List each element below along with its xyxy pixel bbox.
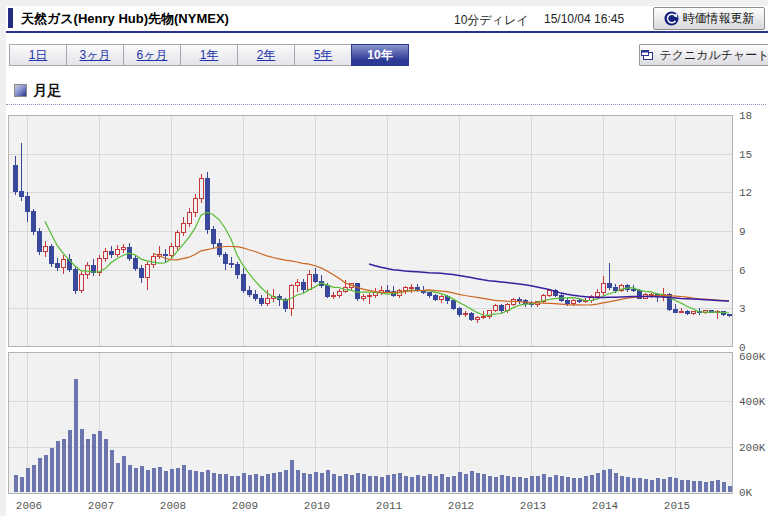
page: { "header": { "title": "天然ガス(Henry Hub)先… [0,0,768,516]
technical-chart-label: テクニカルチャート [659,47,768,64]
tab-10years[interactable]: 10年 [351,44,409,66]
quote-timestamp: 15/10/04 16:45 [544,12,624,26]
page-title: 天然ガス(Henry Hub)先物(NYMEX) [21,10,229,28]
tab-5years[interactable]: 5年 [294,44,352,66]
period-tab-bar: 1日3ヶ月6ヶ月1年2年5年10年 テクニカルチャート [10,44,768,68]
title-bar: 天然ガス(Henry Hub)先物(NYMEX) 10分ディレイ 15/10/0… [6,6,768,31]
refresh-quote-button[interactable]: 時価情報更新 [653,7,765,30]
chart-type-bullet-icon [14,84,27,97]
delay-notice: 10分ディレイ [454,12,528,29]
tab-3months[interactable]: 3ヶ月 [66,44,124,66]
title-accent-bar [8,8,13,28]
content-panel: 天然ガス(Henry Hub)先物(NYMEX) 10分ディレイ 15/10/0… [6,6,768,516]
title-divider [6,31,768,33]
technical-chart-button[interactable]: テクニカルチャート [639,44,768,66]
tab-1day[interactable]: 1日 [9,44,67,66]
tab-2years[interactable]: 2年 [237,44,295,66]
tab-1year[interactable]: 1年 [180,44,238,66]
chart-type-label: 月足 [33,82,61,100]
dotted-divider [6,104,766,105]
refresh-icon [664,11,679,26]
chart-window-icon [640,48,654,62]
tab-6months[interactable]: 6ヶ月 [123,44,181,66]
refresh-button-label: 時価情報更新 [683,10,755,27]
